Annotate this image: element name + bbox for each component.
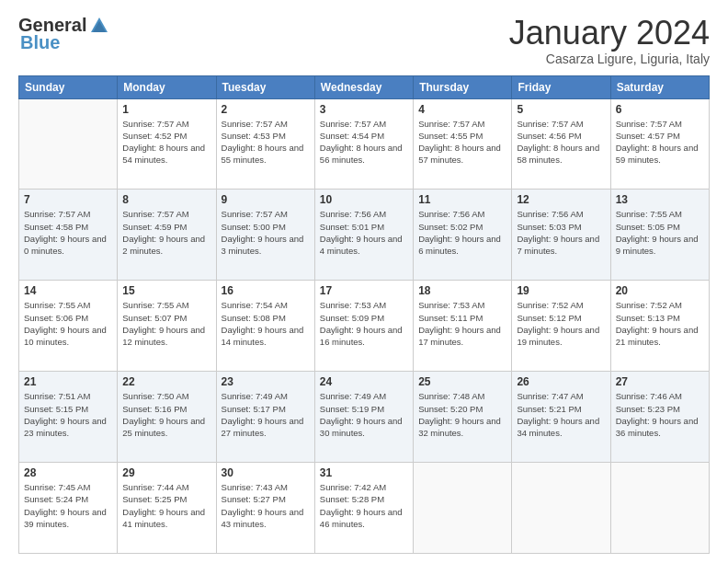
day-number: 5	[517, 103, 605, 116]
day-info: Sunrise: 7:56 AM Sunset: 5:02 PM Dayligh…	[418, 208, 506, 257]
day-number: 3	[320, 103, 408, 116]
day-info: Sunrise: 7:48 AM Sunset: 5:20 PM Dayligh…	[418, 390, 506, 439]
table-row: 9Sunrise: 7:57 AM Sunset: 5:00 PM Daylig…	[216, 190, 314, 281]
table-row: 16Sunrise: 7:54 AM Sunset: 5:08 PM Dayli…	[216, 281, 314, 372]
table-row: 22Sunrise: 7:50 AM Sunset: 5:16 PM Dayli…	[118, 372, 216, 463]
day-number: 17	[320, 284, 408, 297]
table-row: 23Sunrise: 7:49 AM Sunset: 5:17 PM Dayli…	[216, 372, 314, 463]
table-row: 3Sunrise: 7:57 AM Sunset: 4:54 PM Daylig…	[314, 98, 413, 190]
day-info: Sunrise: 7:57 AM Sunset: 4:58 PM Dayligh…	[24, 208, 112, 257]
table-row: 18Sunrise: 7:53 AM Sunset: 5:11 PM Dayli…	[414, 281, 512, 372]
day-number: 18	[418, 284, 506, 297]
calendar-table: Sunday Monday Tuesday Wednesday Thursday…	[18, 75, 710, 554]
day-number: 20	[616, 284, 704, 297]
table-row: 10Sunrise: 7:56 AM Sunset: 5:01 PM Dayli…	[314, 190, 413, 281]
day-info: Sunrise: 7:49 AM Sunset: 5:19 PM Dayligh…	[320, 390, 408, 439]
header-thursday: Thursday	[414, 75, 512, 98]
day-number: 16	[222, 284, 310, 297]
header-friday: Friday	[512, 75, 610, 98]
table-row: 7Sunrise: 7:57 AM Sunset: 4:58 PM Daylig…	[19, 190, 118, 281]
header-wednesday: Wednesday	[314, 75, 413, 98]
table-row	[414, 463, 512, 554]
calendar-week-row: 28Sunrise: 7:45 AM Sunset: 5:24 PM Dayli…	[19, 463, 710, 554]
day-info: Sunrise: 7:57 AM Sunset: 4:55 PM Dayligh…	[418, 118, 506, 167]
day-info: Sunrise: 7:42 AM Sunset: 5:28 PM Dayligh…	[320, 481, 408, 530]
day-number: 28	[24, 466, 112, 479]
table-row: 17Sunrise: 7:53 AM Sunset: 5:09 PM Dayli…	[314, 281, 413, 372]
month-title: January 2024	[509, 15, 710, 52]
header-saturday: Saturday	[610, 75, 709, 98]
table-row	[19, 98, 118, 190]
day-number: 13	[616, 193, 704, 206]
table-row: 30Sunrise: 7:43 AM Sunset: 5:27 PM Dayli…	[216, 463, 314, 554]
table-row: 5Sunrise: 7:57 AM Sunset: 4:56 PM Daylig…	[512, 98, 610, 190]
day-info: Sunrise: 7:55 AM Sunset: 5:07 PM Dayligh…	[122, 299, 210, 348]
day-number: 7	[24, 193, 112, 206]
table-row: 14Sunrise: 7:55 AM Sunset: 5:06 PM Dayli…	[19, 281, 118, 372]
table-row: 12Sunrise: 7:56 AM Sunset: 5:03 PM Dayli…	[512, 190, 610, 281]
table-row: 13Sunrise: 7:55 AM Sunset: 5:05 PM Dayli…	[610, 190, 709, 281]
day-info: Sunrise: 7:45 AM Sunset: 5:24 PM Dayligh…	[24, 481, 112, 530]
day-number: 19	[517, 284, 605, 297]
calendar-week-row: 7Sunrise: 7:57 AM Sunset: 4:58 PM Daylig…	[19, 190, 710, 281]
logo: General Blue	[18, 15, 110, 53]
day-info: Sunrise: 7:46 AM Sunset: 5:23 PM Dayligh…	[616, 390, 704, 439]
table-row: 29Sunrise: 7:44 AM Sunset: 5:25 PM Dayli…	[118, 463, 216, 554]
table-row: 19Sunrise: 7:52 AM Sunset: 5:12 PM Dayli…	[512, 281, 610, 372]
table-row: 20Sunrise: 7:52 AM Sunset: 5:13 PM Dayli…	[610, 281, 709, 372]
day-number: 27	[616, 375, 704, 388]
day-info: Sunrise: 7:57 AM Sunset: 4:56 PM Dayligh…	[517, 118, 605, 167]
header-sunday: Sunday	[19, 75, 118, 98]
day-number: 15	[122, 284, 210, 297]
day-number: 1	[122, 103, 210, 116]
day-info: Sunrise: 7:50 AM Sunset: 5:16 PM Dayligh…	[122, 390, 210, 439]
day-info: Sunrise: 7:55 AM Sunset: 5:06 PM Dayligh…	[24, 299, 112, 348]
logo-blue: Blue	[20, 32, 60, 53]
day-info: Sunrise: 7:52 AM Sunset: 5:13 PM Dayligh…	[616, 299, 704, 348]
table-row: 27Sunrise: 7:46 AM Sunset: 5:23 PM Dayli…	[610, 372, 709, 463]
day-info: Sunrise: 7:54 AM Sunset: 5:08 PM Dayligh…	[222, 299, 310, 348]
calendar-week-row: 21Sunrise: 7:51 AM Sunset: 5:15 PM Dayli…	[19, 372, 710, 463]
table-row: 6Sunrise: 7:57 AM Sunset: 4:57 PM Daylig…	[610, 98, 709, 190]
table-row: 28Sunrise: 7:45 AM Sunset: 5:24 PM Dayli…	[19, 463, 118, 554]
day-info: Sunrise: 7:43 AM Sunset: 5:27 PM Dayligh…	[222, 481, 310, 530]
header-monday: Monday	[118, 75, 216, 98]
day-info: Sunrise: 7:56 AM Sunset: 5:01 PM Dayligh…	[320, 208, 408, 257]
day-number: 26	[517, 375, 605, 388]
day-info: Sunrise: 7:53 AM Sunset: 5:09 PM Dayligh…	[320, 299, 408, 348]
day-number: 8	[122, 193, 210, 206]
table-row: 1Sunrise: 7:57 AM Sunset: 4:52 PM Daylig…	[118, 98, 216, 190]
day-info: Sunrise: 7:52 AM Sunset: 5:12 PM Dayligh…	[517, 299, 605, 348]
day-number: 29	[122, 466, 210, 479]
calendar-week-row: 14Sunrise: 7:55 AM Sunset: 5:06 PM Dayli…	[19, 281, 710, 372]
day-number: 21	[24, 375, 112, 388]
day-number: 2	[222, 103, 310, 116]
day-number: 31	[320, 466, 408, 479]
table-row: 26Sunrise: 7:47 AM Sunset: 5:21 PM Dayli…	[512, 372, 610, 463]
day-info: Sunrise: 7:56 AM Sunset: 5:03 PM Dayligh…	[517, 208, 605, 257]
day-number: 9	[222, 193, 310, 206]
header: General Blue January 2024 Casarza Ligure…	[18, 15, 710, 66]
table-row: 15Sunrise: 7:55 AM Sunset: 5:07 PM Dayli…	[118, 281, 216, 372]
day-info: Sunrise: 7:44 AM Sunset: 5:25 PM Dayligh…	[122, 481, 210, 530]
day-number: 6	[616, 103, 704, 116]
day-number: 10	[320, 193, 408, 206]
logo-icon	[89, 16, 109, 36]
day-info: Sunrise: 7:47 AM Sunset: 5:21 PM Dayligh…	[517, 390, 605, 439]
location-subtitle: Casarza Ligure, Liguria, Italy	[509, 52, 710, 66]
table-row	[512, 463, 610, 554]
day-number: 11	[418, 193, 506, 206]
day-info: Sunrise: 7:57 AM Sunset: 4:52 PM Dayligh…	[122, 118, 210, 167]
day-info: Sunrise: 7:53 AM Sunset: 5:11 PM Dayligh…	[418, 299, 506, 348]
table-row: 21Sunrise: 7:51 AM Sunset: 5:15 PM Dayli…	[19, 372, 118, 463]
day-info: Sunrise: 7:57 AM Sunset: 5:00 PM Dayligh…	[222, 208, 310, 257]
day-number: 23	[222, 375, 310, 388]
table-row: 2Sunrise: 7:57 AM Sunset: 4:53 PM Daylig…	[216, 98, 314, 190]
page: General Blue January 2024 Casarza Ligure…	[0, 0, 728, 563]
day-info: Sunrise: 7:57 AM Sunset: 4:53 PM Dayligh…	[222, 118, 310, 167]
day-info: Sunrise: 7:57 AM Sunset: 4:54 PM Dayligh…	[320, 118, 408, 167]
table-row: 11Sunrise: 7:56 AM Sunset: 5:02 PM Dayli…	[414, 190, 512, 281]
day-number: 25	[418, 375, 506, 388]
day-info: Sunrise: 7:51 AM Sunset: 5:15 PM Dayligh…	[24, 390, 112, 439]
weekday-header-row: Sunday Monday Tuesday Wednesday Thursday…	[19, 75, 710, 98]
